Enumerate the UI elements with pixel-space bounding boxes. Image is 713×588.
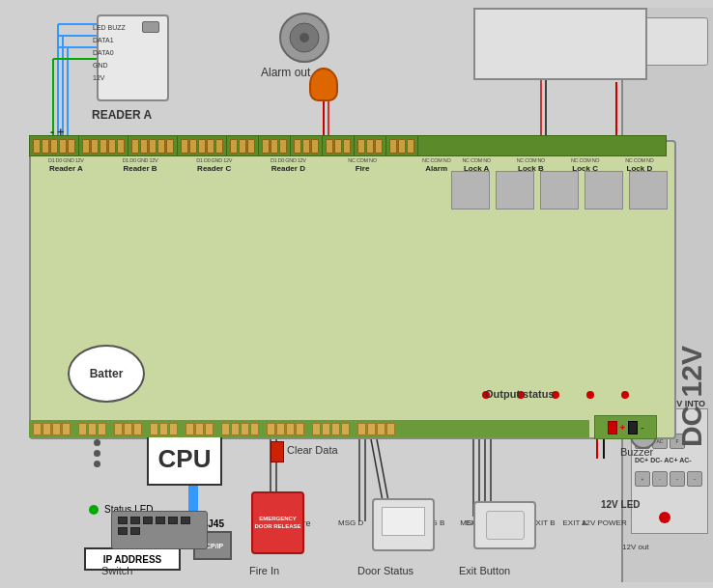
output-box-5 [629, 171, 668, 210]
pin-fire-3 [247, 139, 255, 154]
bottom-exit-b [312, 423, 350, 435]
lock-d-sub: NC COM NO Lock D [613, 157, 667, 173]
reader-c-sub: D1 D0 GND 12V Reader C [177, 157, 251, 173]
door-status-device [372, 498, 435, 551]
lock-d-connector [386, 136, 418, 155]
lock-c-sub: NC COM NO Lock C [558, 157, 613, 173]
bottom-msg-c [114, 423, 142, 435]
bpin-af-1 [33, 423, 42, 435]
bpin-ec-3 [286, 423, 295, 435]
reader-b-name: Reader B [103, 164, 178, 173]
lock-c-pins: NC COM NO [558, 157, 613, 163]
plus-label: + [620, 423, 625, 433]
reader-c-connector [128, 136, 178, 155]
pin-rb-4 [108, 139, 116, 154]
exit-button-device [473, 501, 536, 549]
bottom-msg-a [185, 423, 214, 435]
lock-b-pins: NC COM NO [503, 157, 557, 163]
bpin-eb-2 [322, 423, 330, 435]
main-diagram: 220V INTO L N AC AC F DC+ DC- AC+ AC- + … [0, 0, 713, 588]
red-dot-4 [586, 391, 594, 399]
alarm-out-label: Alarm out [261, 66, 310, 79]
pin-lb-3 [343, 139, 351, 154]
12v-out-label: 12V out [622, 543, 649, 551]
bpin-af-4 [62, 423, 71, 435]
pin-rb-2 [91, 139, 99, 154]
pin-rc-2 [140, 139, 148, 154]
lock-a-name: Lock A [449, 164, 503, 173]
reader-d-connector [178, 136, 227, 155]
bpin-mb-2 [159, 423, 168, 435]
connector-sub-labels: D1 D0 GND 12V Reader A D1 D0 GND 12V Rea… [29, 157, 473, 173]
pin-rc-4 [157, 139, 165, 154]
pin-fire-1 [230, 139, 238, 154]
reader-a-wire-labels: LED BUZZ DATA1 DATA0 GND 12V [93, 21, 126, 84]
switch-port-7 [118, 527, 128, 535]
pin-ld-1 [389, 139, 397, 154]
svg-point-32 [299, 33, 309, 42]
output-box-1 [451, 171, 490, 210]
switch-device [111, 511, 208, 549]
bpin-ec-2 [276, 423, 285, 435]
output-status-label: Output status [485, 388, 555, 400]
pin-alarm-2 [271, 139, 278, 154]
switch-port-6 [181, 517, 190, 524]
bpin-ed-3 [241, 423, 249, 435]
pin-fire-2 [239, 139, 246, 154]
minus-label: - [641, 423, 643, 433]
led-12v-dot [659, 512, 670, 523]
wire-label-data0: DATA0 [93, 46, 126, 59]
exit-button-panel [486, 511, 525, 540]
bpin-md-3 [98, 423, 106, 435]
dot-3 [94, 461, 100, 467]
bottom-exit-a [357, 423, 395, 435]
jumper-block [271, 441, 284, 462]
dot-1 [94, 439, 100, 446]
wire-label-12v: 12V [93, 71, 126, 84]
bpin-ea-2 [367, 423, 376, 435]
reader-d-name: Reader D [251, 164, 326, 173]
pin-rd-5 [215, 139, 223, 154]
output-box-3 [540, 171, 579, 210]
lock-a-pins: NC COM NO [449, 157, 503, 163]
bottom-connector-strip [29, 420, 589, 437]
psu-ac-minus: ~ [687, 471, 702, 487]
pin-rc-3 [149, 139, 157, 154]
pin-rd-1 [181, 139, 188, 154]
pin-rd-2 [189, 139, 197, 154]
reader-b-connector [79, 136, 128, 155]
dc-psu-label: DC 12V [675, 346, 708, 447]
bpin-eb-4 [341, 423, 350, 435]
pin-lc-2 [366, 139, 374, 154]
bpin-ed-2 [231, 423, 240, 435]
bpin-ed-1 [221, 423, 230, 435]
bpin-ec-1 [267, 423, 275, 435]
alarm-connector [259, 136, 291, 155]
bpin-mb-3 [169, 423, 178, 435]
pin-lb-2 [334, 139, 342, 154]
switch-ports [112, 512, 207, 540]
wire-label-led-buzz: LED BUZZ [93, 21, 126, 34]
lock-component: LOCK [473, 8, 647, 80]
pin-rc-5 [166, 139, 174, 154]
bottom-exit-c [267, 423, 304, 435]
cpu-block: CPU [147, 432, 222, 486]
bpin-md-1 [78, 423, 87, 435]
bpin-mc-3 [133, 423, 142, 435]
wire-label-data1: DATA1 [93, 34, 126, 46]
switch-port-4 [156, 517, 165, 524]
dot-2 [94, 450, 100, 457]
bpin-af-2 [43, 423, 51, 435]
bottom-alarm-fire [33, 423, 71, 435]
switch-port-3 [143, 517, 153, 524]
lock-b-connector [323, 136, 355, 155]
lock-d-pins: NC COM NO [613, 157, 667, 163]
power-pin-minus [628, 421, 638, 434]
lock-c-connector [355, 136, 386, 155]
pin-ra-2 [42, 139, 49, 154]
bpin-ea-1 [357, 423, 366, 435]
reader-d-sub: D1 D0 GND 12V Reader D [251, 157, 326, 173]
fire-device-text: EMERGENCY DOOR RELEASE [253, 516, 302, 531]
pin-ld-3 [407, 139, 414, 154]
bpin-mc-2 [124, 423, 132, 435]
